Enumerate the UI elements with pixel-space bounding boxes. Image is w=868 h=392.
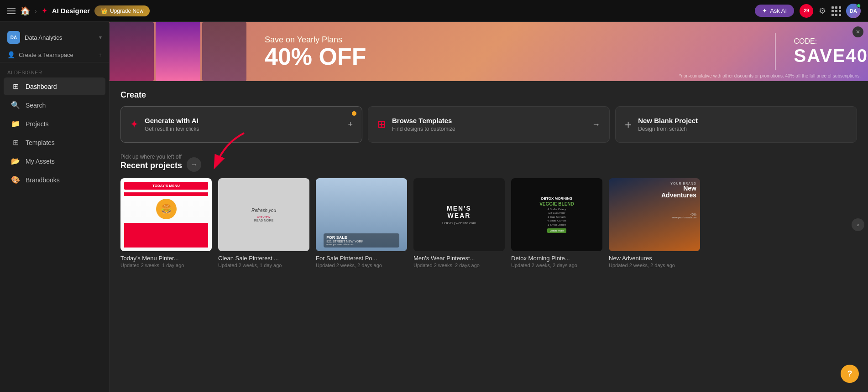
banner-content: Save on Yearly Plans 40% OFF xyxy=(246,35,757,68)
project-name-5: New Adventures xyxy=(609,255,700,262)
adventure-thumb: YOUR BRAND NewAdventures 45% www.yourbra… xyxy=(609,178,700,251)
project-date-1: Updated 2 weeks, 1 day ago xyxy=(218,263,309,268)
sidebar-item-assets-label: My Assets xyxy=(26,158,55,165)
ask-ai-button[interactable]: ✦ Ask AI xyxy=(755,5,794,17)
sidebar-item-projects-label: Projects xyxy=(26,120,49,128)
adventure-title: NewAdventures xyxy=(661,185,696,199)
generate-ai-card[interactable]: ✦ Generate with AI Get result in few cli… xyxy=(120,106,362,143)
ai-card-dot xyxy=(352,111,356,116)
project-thumb-1: Refresh you the new READ MORE xyxy=(218,178,309,251)
project-card-1[interactable]: Refresh you the new READ MORE Clean Sale… xyxy=(218,178,309,268)
adventure-discount: 45% xyxy=(661,213,696,216)
sidebar-item-brandbooks[interactable]: 🎨 Brandbooks xyxy=(4,171,105,189)
nav-left: 🏠 › ✦ AI Designer 👑 Upgrade Now xyxy=(7,5,749,16)
banner-code-section: CODE: SAVE40 xyxy=(794,37,868,66)
mens-thumb: MEN'SWEAR LOGO | website.com xyxy=(413,178,505,251)
home-button[interactable]: 🏠 xyxy=(20,6,30,16)
team-icon: 👤 xyxy=(7,51,15,58)
menu-header: TODAY'S MENU xyxy=(124,182,208,190)
banner-images xyxy=(110,22,246,81)
project-card-5[interactable]: YOUR BRAND NewAdventures 45% www.yourbra… xyxy=(609,178,700,268)
app-title: AI Designer xyxy=(52,7,90,15)
banner-close-button[interactable]: ✕ xyxy=(852,26,863,37)
templates-card-title: Browse Templates xyxy=(392,117,586,124)
sparkle-icon: ✦ xyxy=(762,7,767,14)
new-blank-project-card[interactable]: + New Blank Project Design from scratch xyxy=(615,106,857,143)
project-thumb-4: DETOX MORNING VEGGIE BLEND 4 Stalks Cele… xyxy=(511,178,602,251)
banner-code-value: SAVE40 xyxy=(794,46,868,66)
top-navigation: 🏠 › ✦ AI Designer 👑 Upgrade Now ✦ Ask AI… xyxy=(0,0,868,22)
ai-icon: ✦ xyxy=(130,119,138,130)
project-thumb-5: YOUR BRAND NewAdventures 45% www.yourbra… xyxy=(609,178,700,251)
forsale-address: 821 STREET NEW YORK xyxy=(326,240,397,243)
new-project-card-text: New Blank Project Design from scratch xyxy=(638,117,847,132)
sidebar-item-templates-label: Templates xyxy=(26,139,55,146)
help-button[interactable]: ? xyxy=(841,365,859,383)
user-avatar[interactable]: DA xyxy=(846,4,861,18)
project-name-3: Men's Wear Pinterest... xyxy=(413,255,505,262)
sidebar-item-search[interactable]: 🔍 Search xyxy=(4,96,105,114)
detox-product: VEGGIE BLEND xyxy=(539,201,574,206)
project-name-1: Clean Sale Pinterest ... xyxy=(218,255,309,262)
carousel-next-button[interactable]: › xyxy=(852,218,864,231)
new-project-card-subtitle: Design from scratch xyxy=(638,126,847,132)
project-date-4: Updated 2 weeks, 2 days ago xyxy=(511,263,602,268)
plus-icon: + xyxy=(98,52,102,58)
chevron-down-icon: ▾ xyxy=(99,34,102,41)
sale-thumb: Refresh you the new READ MORE xyxy=(218,178,309,251)
sidebar-item-my-assets[interactable]: 📂 My Assets xyxy=(4,152,105,170)
notifications-button[interactable]: 29 xyxy=(800,4,813,18)
project-card-0[interactable]: TODAY'S MENU 🍔 Today's Menu Pinter... Up… xyxy=(120,178,212,268)
project-card-2[interactable]: FOR SALE 821 STREET NEW YORK www.yourweb… xyxy=(316,178,407,268)
create-section: Create ✦ Generate with AI Get result in … xyxy=(110,81,868,150)
hamburger-icon xyxy=(7,8,16,14)
avatar-initials: DA xyxy=(850,8,857,14)
banner-discount: 40% OFF xyxy=(265,45,738,68)
sidebar-item-projects[interactable]: 📁 Projects xyxy=(4,115,105,133)
recent-header-text: Pick up where you left off Recent projec… xyxy=(120,154,182,170)
forsale-thumb: FOR SALE 821 STREET NEW YORK www.yourweb… xyxy=(316,178,407,251)
burger-icon: 🍔 xyxy=(161,204,172,215)
sale-text: Refresh you xyxy=(251,208,276,213)
sale-subtext: the new xyxy=(251,215,276,219)
new-project-icon: + xyxy=(625,118,632,132)
sidebar-item-dashboard[interactable]: ⊞ Dashboard xyxy=(4,77,105,95)
sale-read-more: READ MORE xyxy=(251,219,276,222)
sidebar-item-dashboard-label: Dashboard xyxy=(26,83,57,90)
forsale-text: FOR SALE xyxy=(326,235,397,240)
detox-title: DETOX MORNING xyxy=(541,196,572,201)
browse-templates-card[interactable]: ⊞ Browse Templates Find designs to custo… xyxy=(368,106,610,143)
crown-icon: 👑 xyxy=(101,8,108,14)
templates-card-icon: ⊞ xyxy=(377,119,386,130)
assets-icon: 📂 xyxy=(11,157,20,165)
apps-grid-button[interactable] xyxy=(831,6,841,15)
workspace-avatar: DA xyxy=(7,31,20,44)
main-layout: DA Data Analytics ▾ 👤 Create a Teamspace… xyxy=(0,22,868,392)
online-indicator xyxy=(857,4,861,8)
sidebar-item-brandbooks-label: Brandbooks xyxy=(26,176,60,184)
sidebar-item-templates[interactable]: ⊞ Templates xyxy=(4,134,105,151)
project-card-3[interactable]: MEN'SWEAR LOGO | website.com Men's Wear … xyxy=(413,178,505,268)
project-cards-list: TODAY'S MENU 🍔 Today's Menu Pinter... Up… xyxy=(120,178,857,268)
ask-ai-label: Ask AI xyxy=(770,7,787,14)
workspace-selector[interactable]: DA Data Analytics ▾ xyxy=(0,27,109,47)
upgrade-button[interactable]: 👑 Upgrade Now xyxy=(94,5,150,16)
banner-fine-print: *non-cumulative with other discounts or … xyxy=(679,73,861,78)
project-name-2: For Sale Pinterest Po... xyxy=(316,255,407,262)
ai-card-action: + xyxy=(348,120,353,129)
detox-learn-more[interactable]: Learn More xyxy=(547,228,567,233)
create-teamspace-button[interactable]: 👤 Create a Teamspace + xyxy=(0,47,109,62)
settings-button[interactable]: ⚙ xyxy=(819,6,826,16)
sidebar: DA Data Analytics ▾ 👤 Create a Teamspace… xyxy=(0,22,110,392)
content-area: Save on Yearly Plans 40% OFF CODE: SAVE4… xyxy=(110,22,868,392)
project-card-4[interactable]: DETOX MORNING VEGGIE BLEND 4 Stalks Cele… xyxy=(511,178,602,268)
templates-icon: ⊞ xyxy=(11,138,20,147)
project-date-2: Updated 2 weeks, 2 days ago xyxy=(316,263,407,268)
create-cards-container: ✦ Generate with AI Get result in few cli… xyxy=(120,106,857,143)
hamburger-button[interactable] xyxy=(7,8,16,14)
ai-card-title: Generate with AI xyxy=(145,117,341,124)
sidebar-section-label: AI Designer xyxy=(0,66,109,77)
recent-navigate-button[interactable]: → xyxy=(187,157,201,172)
recent-header: Pick up where you left off Recent projec… xyxy=(120,152,857,172)
ai-card-text: Generate with AI Get result in few click… xyxy=(145,117,341,132)
